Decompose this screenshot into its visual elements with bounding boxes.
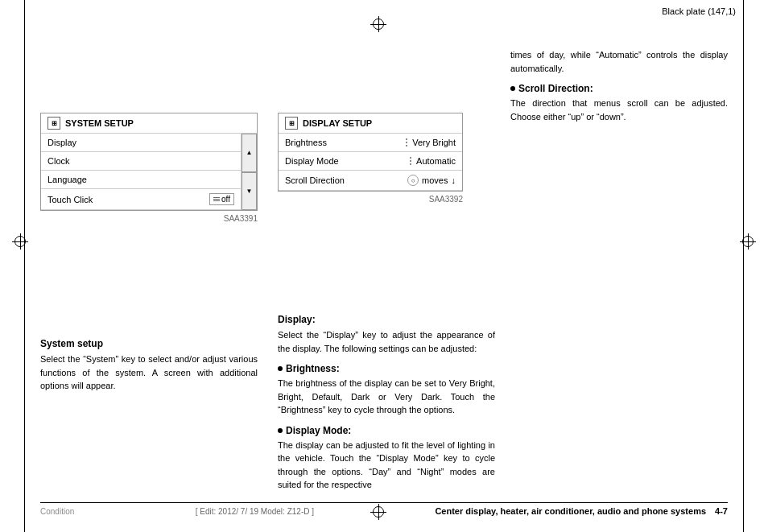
scroll-buttons: ▲ ▼	[241, 134, 257, 210]
touch-click-toggle[interactable]: off	[209, 193, 234, 205]
display-mode-body: The display can be adjusted to fit the l…	[278, 439, 495, 492]
page-label: Center display, heater, air conditioner,…	[435, 506, 706, 516]
system-ref-label: SAA3391	[40, 214, 258, 223]
menu-item-clock[interactable]: Clock	[41, 152, 241, 171]
system-setup-screenshot: ⊞ SYSTEM SETUP Display Clock Language To…	[40, 113, 258, 211]
display-setup-screenshot: ⊞ DISPLAY SETUP Brightness Very Bright D…	[278, 113, 463, 192]
bullet-dot-display-mode	[278, 428, 283, 433]
brightness-value-text: Very Bright	[412, 138, 456, 147]
display-text-title: Display:	[278, 314, 495, 325]
display-ref-label: SAA3392	[278, 195, 463, 204]
display-mode-bullet-title: Display Mode:	[278, 425, 495, 436]
scroll-direction-body: The direction that menus scroll can be a…	[510, 97, 728, 123]
scroll-direction-title: Scroll Direction:	[518, 83, 593, 94]
menu-item-clock-label: Clock	[47, 156, 70, 166]
footer: Condition [ Edit: 2012/ 7/ 19 Model: Z12…	[40, 502, 728, 516]
system-setup-title: SYSTEM SETUP	[65, 118, 134, 128]
display-setup-header: ⊞ DISPLAY SETUP	[279, 113, 462, 134]
toggle-icon	[213, 197, 220, 201]
condition-label: Condition	[40, 507, 74, 516]
page-border-right	[743, 0, 744, 532]
page-info: Center display, heater, air conditioner,…	[435, 506, 728, 516]
system-setup-text-body: Select the “System” key to select and/or…	[40, 353, 258, 393]
menu-item-touch-click-label: Touch Click	[47, 195, 93, 204]
menu-item-display[interactable]: Display	[41, 134, 241, 152]
display-mode-divider-icon	[410, 157, 414, 165]
menu-item-touch-click[interactable]: Touch Click off	[41, 189, 241, 210]
scroll-down-button[interactable]: ▼	[242, 172, 257, 211]
page-num: 4-7	[715, 506, 728, 516]
brightness-bullet-title: Brightness:	[278, 363, 495, 374]
system-icon: ⊞	[47, 117, 60, 130]
header-label: Black plate (147,1)	[662, 6, 736, 16]
right-text-panel: times of day, while “Automatic” controls…	[510, 48, 728, 123]
display-setup-panel: ⊞ DISPLAY SETUP Brightness Very Bright D…	[278, 113, 463, 204]
brightness-row[interactable]: Brightness Very Bright	[279, 134, 462, 152]
page-border-left	[24, 0, 25, 532]
brightness-section: Brightness: The brightness of the displa…	[278, 363, 495, 417]
brightness-divider-icon	[406, 138, 410, 146]
scroll-direction-label: Scroll Direction	[285, 175, 345, 185]
scroll-direction-icon: ○	[407, 175, 419, 186]
system-menu-list: Display Clock Language Touch Click	[41, 134, 257, 210]
scroll-up-button[interactable]: ▲	[242, 134, 257, 172]
display-mode-row[interactable]: Display Mode Automatic	[279, 152, 462, 171]
page-header: Black plate (147,1)	[662, 6, 736, 16]
scroll-direction-arrow: ↓	[452, 175, 456, 185]
intro-text: times of day, while “Automatic” controls…	[510, 48, 728, 75]
display-icon: ⊞	[285, 117, 298, 130]
display-text-body: Select the “Display” key to adjust the a…	[278, 328, 495, 355]
menu-item-display-label: Display	[47, 138, 76, 147]
scroll-direction-value: ○ moves ↓	[407, 175, 456, 186]
display-text-panel: Display: Select the “Display” key to adj…	[278, 314, 495, 492]
display-setup-title: DISPLAY SETUP	[303, 118, 372, 128]
scroll-direction-row[interactable]: Scroll Direction ○ moves ↓	[279, 171, 462, 191]
brightness-label: Brightness	[285, 138, 327, 147]
bullet-dot-brightness	[278, 366, 283, 371]
edit-label: [ Edit: 2012/ 7/ 19 Model: Z12-D ]	[196, 507, 314, 516]
display-mode-label: Display Mode	[285, 156, 339, 166]
scroll-direction-bullet-title: Scroll Direction:	[510, 83, 728, 94]
bullet-dot-icon	[510, 86, 515, 91]
display-mode-section: Display Mode: The display can be adjuste…	[278, 425, 495, 492]
system-setup-header: ⊞ SYSTEM SETUP	[41, 113, 257, 134]
system-setup-panel: ⊞ SYSTEM SETUP Display Clock Language To…	[40, 113, 258, 223]
menu-item-language[interactable]: Language	[41, 171, 241, 189]
menu-item-language-label: Language	[47, 175, 87, 184]
scroll-direction-value-text: moves	[422, 175, 448, 185]
scroll-direction-section: Scroll Direction: The direction that men…	[510, 83, 728, 123]
display-mode-value: Automatic	[410, 156, 456, 166]
toggle-value: off	[221, 195, 230, 204]
brightness-value: Very Bright	[406, 138, 456, 147]
system-setup-text-title: System setup	[40, 338, 258, 349]
system-setup-text-panel: System setup Select the “System” key to …	[40, 338, 258, 393]
brightness-title: Brightness:	[286, 363, 340, 374]
display-mode-value-text: Automatic	[416, 156, 456, 166]
brightness-body: The brightness of the display can be set…	[278, 377, 495, 417]
display-mode-title: Display Mode:	[286, 425, 351, 436]
